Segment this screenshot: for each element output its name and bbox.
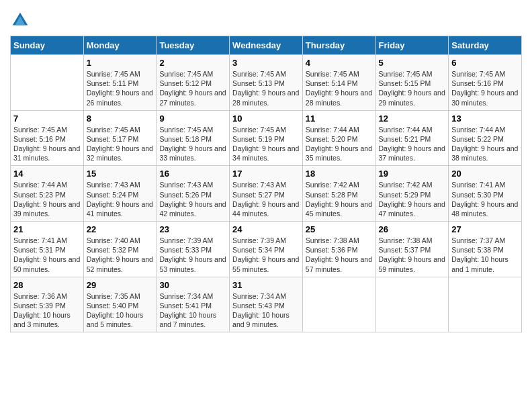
day-number: 22: [87, 224, 154, 234]
calendar-cell: 8Sunrise: 7:45 AMSunset: 5:17 PMDaylight…: [83, 110, 157, 166]
weekday-header-friday: Friday: [375, 36, 449, 55]
day-number: 1: [87, 58, 154, 68]
calendar-cell: 11Sunrise: 7:44 AMSunset: 5:20 PMDayligh…: [302, 110, 375, 166]
day-number: 5: [379, 58, 446, 68]
calendar-cell: [375, 277, 449, 332]
calendar-cell: 15Sunrise: 7:43 AMSunset: 5:24 PMDayligh…: [83, 166, 157, 222]
day-number: 11: [306, 113, 373, 124]
calendar-cell: 26Sunrise: 7:38 AMSunset: 5:37 PMDayligh…: [375, 222, 449, 277]
day-info: Sunrise: 7:44 AMSunset: 5:21 PMDaylight:…: [379, 125, 446, 163]
day-number: 4: [306, 58, 373, 68]
day-number: 15: [87, 169, 154, 179]
day-info: Sunrise: 7:39 AMSunset: 5:34 PMDaylight:…: [232, 236, 300, 274]
calendar-cell: 18Sunrise: 7:42 AMSunset: 5:28 PMDayligh…: [302, 166, 375, 222]
day-info: Sunrise: 7:38 AMSunset: 5:36 PMDaylight:…: [306, 236, 373, 274]
day-info: Sunrise: 7:39 AMSunset: 5:33 PMDaylight:…: [159, 236, 226, 274]
day-number: 21: [13, 224, 81, 234]
calendar-week-row: 1Sunrise: 7:45 AMSunset: 5:11 PMDaylight…: [11, 55, 522, 111]
day-info: Sunrise: 7:44 AMSunset: 5:22 PMDaylight:…: [451, 125, 519, 163]
page-header: [10, 7, 522, 30]
calendar-cell: [449, 277, 522, 332]
calendar-body: 1Sunrise: 7:45 AMSunset: 5:11 PMDaylight…: [11, 55, 522, 332]
calendar-cell: 29Sunrise: 7:35 AMSunset: 5:40 PMDayligh…: [83, 277, 157, 332]
day-info: Sunrise: 7:45 AMSunset: 5:16 PMDaylight:…: [13, 125, 81, 163]
day-number: 17: [232, 169, 300, 179]
calendar-week-row: 28Sunrise: 7:36 AMSunset: 5:39 PMDayligh…: [11, 277, 522, 332]
day-number: 13: [451, 113, 519, 124]
day-info: Sunrise: 7:43 AMSunset: 5:27 PMDaylight:…: [232, 180, 300, 218]
day-info: Sunrise: 7:41 AMSunset: 5:30 PMDaylight:…: [451, 180, 519, 218]
weekday-header-sunday: Sunday: [11, 36, 84, 55]
day-number: 31: [232, 280, 300, 290]
weekday-header-row: SundayMondayTuesdayWednesdayThursdayFrid…: [11, 36, 522, 55]
calendar-cell: 9Sunrise: 7:45 AMSunset: 5:18 PMDaylight…: [157, 110, 230, 166]
day-number: 7: [13, 113, 81, 124]
calendar-cell: 2Sunrise: 7:45 AMSunset: 5:12 PMDaylight…: [157, 55, 230, 111]
calendar-cell: 24Sunrise: 7:39 AMSunset: 5:34 PMDayligh…: [230, 222, 303, 277]
day-number: 12: [379, 113, 446, 124]
day-number: 19: [379, 169, 446, 179]
weekday-header-saturday: Saturday: [449, 36, 522, 55]
day-number: 29: [87, 280, 154, 290]
day-number: 3: [232, 58, 300, 68]
day-number: 16: [159, 169, 226, 179]
weekday-header-tuesday: Tuesday: [157, 36, 230, 55]
day-number: 24: [232, 224, 300, 234]
day-info: Sunrise: 7:42 AMSunset: 5:28 PMDaylight:…: [306, 180, 373, 218]
calendar-cell: 30Sunrise: 7:34 AMSunset: 5:41 PMDayligh…: [157, 277, 230, 332]
day-info: Sunrise: 7:45 AMSunset: 5:13 PMDaylight:…: [232, 69, 300, 107]
day-number: 27: [451, 224, 519, 234]
day-number: 26: [379, 224, 446, 234]
day-info: Sunrise: 7:45 AMSunset: 5:11 PMDaylight:…: [87, 69, 154, 107]
day-info: Sunrise: 7:37 AMSunset: 5:38 PMDaylight:…: [451, 236, 519, 274]
day-info: Sunrise: 7:44 AMSunset: 5:23 PMDaylight:…: [13, 180, 81, 218]
day-info: Sunrise: 7:45 AMSunset: 5:19 PMDaylight:…: [232, 125, 300, 163]
calendar-cell: 23Sunrise: 7:39 AMSunset: 5:33 PMDayligh…: [157, 222, 230, 277]
day-number: 2: [159, 58, 226, 68]
calendar-cell: 7Sunrise: 7:45 AMSunset: 5:16 PMDaylight…: [11, 110, 84, 166]
day-number: 8: [87, 113, 154, 124]
calendar-cell: 13Sunrise: 7:44 AMSunset: 5:22 PMDayligh…: [449, 110, 522, 166]
day-info: Sunrise: 7:45 AMSunset: 5:15 PMDaylight:…: [379, 69, 446, 107]
calendar-cell: 6Sunrise: 7:45 AMSunset: 5:16 PMDaylight…: [449, 55, 522, 111]
day-number: 9: [159, 113, 226, 124]
weekday-header-wednesday: Wednesday: [230, 36, 303, 55]
day-info: Sunrise: 7:41 AMSunset: 5:31 PMDaylight:…: [13, 236, 81, 274]
page-container: SundayMondayTuesdayWednesdayThursdayFrid…: [0, 0, 532, 339]
calendar-cell: 4Sunrise: 7:45 AMSunset: 5:14 PMDaylight…: [302, 55, 375, 111]
day-info: Sunrise: 7:45 AMSunset: 5:16 PMDaylight:…: [451, 69, 519, 107]
calendar-cell: 14Sunrise: 7:44 AMSunset: 5:23 PMDayligh…: [11, 166, 84, 222]
day-number: 10: [232, 113, 300, 124]
calendar-table: SundayMondayTuesdayWednesdayThursdayFrid…: [10, 36, 522, 332]
day-number: 25: [306, 224, 373, 234]
day-number: 20: [451, 169, 519, 179]
day-info: Sunrise: 7:45 AMSunset: 5:14 PMDaylight:…: [306, 69, 373, 107]
calendar-cell: 17Sunrise: 7:43 AMSunset: 5:27 PMDayligh…: [230, 166, 303, 222]
day-info: Sunrise: 7:40 AMSunset: 5:32 PMDaylight:…: [87, 236, 154, 274]
calendar-cell: 21Sunrise: 7:41 AMSunset: 5:31 PMDayligh…: [11, 222, 84, 277]
calendar-cell: 5Sunrise: 7:45 AMSunset: 5:15 PMDaylight…: [375, 55, 449, 111]
calendar-cell: 20Sunrise: 7:41 AMSunset: 5:30 PMDayligh…: [449, 166, 522, 222]
calendar-cell: 22Sunrise: 7:40 AMSunset: 5:32 PMDayligh…: [83, 222, 157, 277]
calendar-cell: 12Sunrise: 7:44 AMSunset: 5:21 PMDayligh…: [375, 110, 449, 166]
calendar-week-row: 14Sunrise: 7:44 AMSunset: 5:23 PMDayligh…: [11, 166, 522, 222]
calendar-cell: 27Sunrise: 7:37 AMSunset: 5:38 PMDayligh…: [449, 222, 522, 277]
calendar-cell: 1Sunrise: 7:45 AMSunset: 5:11 PMDaylight…: [83, 55, 157, 111]
day-info: Sunrise: 7:42 AMSunset: 5:29 PMDaylight:…: [379, 180, 446, 218]
day-info: Sunrise: 7:44 AMSunset: 5:20 PMDaylight:…: [306, 125, 373, 163]
calendar-cell: [302, 277, 375, 332]
calendar-week-row: 7Sunrise: 7:45 AMSunset: 5:16 PMDaylight…: [11, 110, 522, 166]
day-info: Sunrise: 7:45 AMSunset: 5:17 PMDaylight:…: [87, 125, 154, 163]
calendar-cell: [11, 55, 84, 111]
day-number: 28: [13, 280, 81, 290]
day-number: 6: [451, 58, 519, 68]
day-info: Sunrise: 7:38 AMSunset: 5:37 PMDaylight:…: [379, 236, 446, 274]
calendar-cell: 19Sunrise: 7:42 AMSunset: 5:29 PMDayligh…: [375, 166, 449, 222]
day-info: Sunrise: 7:45 AMSunset: 5:12 PMDaylight:…: [159, 69, 226, 107]
day-number: 18: [306, 169, 373, 179]
logo: [10, 10, 33, 30]
calendar-cell: 25Sunrise: 7:38 AMSunset: 5:36 PMDayligh…: [302, 222, 375, 277]
calendar-cell: 16Sunrise: 7:43 AMSunset: 5:26 PMDayligh…: [157, 166, 230, 222]
calendar-cell: 3Sunrise: 7:45 AMSunset: 5:13 PMDaylight…: [230, 55, 303, 111]
day-info: Sunrise: 7:45 AMSunset: 5:18 PMDaylight:…: [159, 125, 226, 163]
